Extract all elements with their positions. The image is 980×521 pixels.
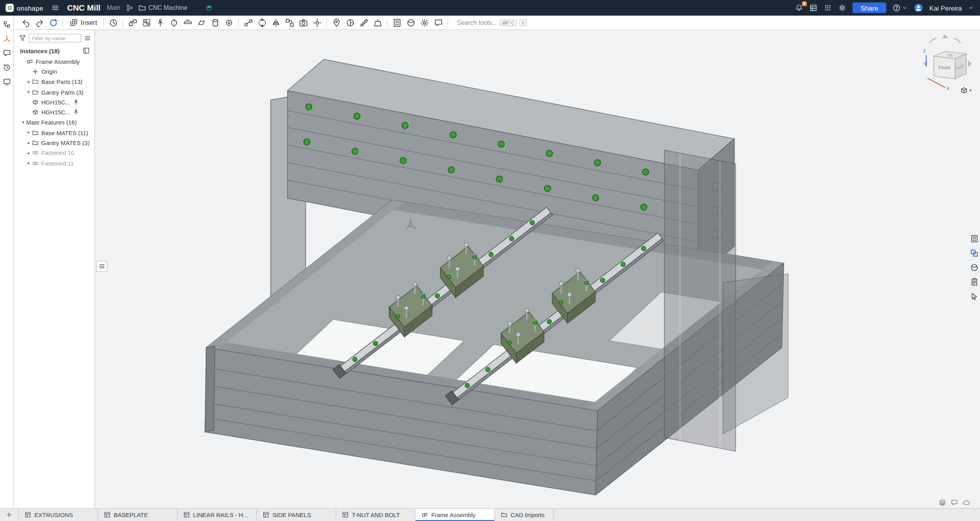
tree-item-gantry-mates-3[interactable]: ▸Gantry MATES (3) [14, 138, 95, 148]
branch-label[interactable]: Main [107, 4, 120, 11]
tab-side-panels[interactable]: SIDE PANELS [257, 509, 336, 521]
history-button[interactable] [2, 63, 11, 73]
section-view-button[interactable] [344, 16, 357, 29]
circular-pattern-button[interactable] [256, 16, 268, 29]
selection-panel-button[interactable] [969, 291, 979, 301]
bom-panel-button[interactable] [969, 247, 979, 258]
revert-button[interactable] [107, 16, 120, 29]
tree-item-base-parts-13[interactable]: ▸Base Parts (13) [14, 76, 95, 87]
revert-icon [109, 18, 118, 27]
open-panel-button[interactable] [82, 47, 90, 54]
add-tab-button[interactable] [0, 509, 19, 521]
3d-viewport[interactable]: Front Top Right Z X ▾ [95, 30, 980, 508]
panel-toggle-button[interactable] [96, 260, 108, 272]
replicate-button[interactable] [283, 16, 296, 29]
tree-item-origin[interactable]: Origin [14, 67, 95, 77]
versions-button[interactable] [125, 4, 134, 12]
network-button[interactable] [963, 499, 970, 506]
user-menu-caret-slot[interactable] [968, 5, 974, 11]
cnc-model[interactable] [95, 30, 980, 508]
triad-button[interactable] [2, 34, 11, 44]
breadcrumb[interactable]: CNC Machine [138, 4, 188, 12]
properties-panel-button[interactable] [969, 276, 979, 287]
onshape-logo-icon: o [6, 4, 14, 12]
tree-item-gantry-parts-3[interactable]: ▸Gantry Parts (3) [14, 87, 95, 97]
chevron-right-icon[interactable]: ▸ [26, 151, 32, 156]
help-center-button[interactable] [838, 4, 846, 12]
named-positions-button[interactable] [330, 16, 343, 29]
triad-icon [2, 34, 11, 43]
main-menu-button[interactable] [52, 4, 60, 12]
tab-linear-rails-hgh15[interactable]: LINEAR RAILS - HGH15... [177, 509, 257, 521]
tree-item-base-mates-11[interactable]: ▸Base MATES (11) [14, 128, 95, 138]
tab-extrusions[interactable]: EXTRUSIONS [19, 509, 98, 521]
print-button[interactable] [939, 499, 946, 506]
configuration-button[interactable] [418, 16, 431, 29]
reports-button[interactable] [809, 4, 818, 12]
viewcube-front-label: Front [939, 65, 950, 71]
follow-mode-button[interactable] [2, 77, 11, 87]
filter-icon-slot[interactable] [19, 34, 26, 42]
planar-button[interactable] [195, 16, 208, 29]
comment-button[interactable] [432, 16, 444, 29]
share-button[interactable]: Share [852, 2, 886, 13]
filter-input[interactable] [29, 34, 81, 43]
tree-item-fastened-11[interactable]: ▸Fastened 11 [14, 158, 95, 168]
tree-item-mate-features-16[interactable]: ▾Mate Features (16) [14, 117, 95, 128]
cylindrical-button[interactable] [209, 16, 221, 29]
insert-button[interactable]: Insert [66, 16, 101, 29]
viewcube-rotate-cw-icon[interactable] [954, 38, 960, 43]
user-name[interactable]: Kai Pereira [930, 4, 962, 11]
learning-center-button[interactable] [205, 4, 213, 12]
chevron-down-icon[interactable]: ▾ [20, 120, 26, 125]
viewcube-arrow-up-icon[interactable] [942, 34, 948, 38]
sync-button[interactable] [47, 16, 60, 29]
revolute-button[interactable] [167, 16, 180, 29]
chevron-right-icon[interactable]: ▸ [26, 140, 32, 145]
notifications-button[interactable]: 8 [795, 4, 803, 12]
mate-connector-button[interactable] [154, 16, 167, 29]
appearance-button[interactable] [405, 16, 417, 29]
chevron-right-icon[interactable]: ▸ [26, 161, 32, 166]
user-avatar[interactable] [914, 3, 923, 13]
mirror-button[interactable] [270, 16, 282, 29]
help-menu[interactable] [893, 4, 907, 12]
tab-t-nut-and-bolt[interactable]: T-NUT AND BOLT [336, 509, 415, 521]
mass-properties-button[interactable] [372, 16, 384, 29]
list-view-button[interactable] [84, 34, 91, 42]
chevron-right-icon[interactable]: ▸ [26, 130, 32, 135]
tree-item-hgh15c[interactable]: HGH15C... [14, 107, 95, 117]
assembly-structure-button[interactable] [2, 19, 11, 29]
search-tools[interactable]: Search tools... alt/⌥ c [457, 19, 527, 26]
view-mode-menu[interactable]: ▾ [960, 86, 971, 95]
side-panel[interactable] [723, 274, 788, 434]
ball-button[interactable] [223, 16, 235, 29]
tab-baseplate[interactable]: BASEPLATE [98, 509, 177, 521]
tree-item-hgh15c[interactable]: HGH15C... [14, 97, 95, 107]
appearance-panel-button[interactable] [969, 262, 979, 273]
onshape-logo[interactable]: o onshape [6, 4, 43, 12]
comment-panel-button[interactable] [2, 48, 11, 58]
slider-button[interactable] [181, 16, 194, 29]
linear-pattern-button[interactable] [242, 16, 255, 29]
app-launcher-button[interactable] [824, 4, 832, 12]
tree-item-fastened-10[interactable]: ▸Fastened 10 [14, 148, 95, 158]
snapshot-button[interactable] [297, 16, 310, 29]
viewcube-arrow-right-icon[interactable] [968, 61, 972, 67]
part-studio-icon [183, 512, 190, 518]
bom-button[interactable] [391, 16, 404, 29]
group-button[interactable] [140, 16, 153, 29]
redo-button[interactable] [33, 16, 46, 29]
viewcube-rotate-ccw-icon[interactable] [930, 38, 936, 43]
mate-button[interactable] [126, 16, 139, 29]
measure-button[interactable] [358, 16, 370, 29]
document-panel-button[interactable] [969, 233, 979, 244]
tab-frame-assembly[interactable]: Frame Assembly [416, 509, 495, 521]
chevron-right-icon[interactable]: ▸ [26, 89, 32, 95]
tab-cad-imports[interactable]: CAD Imports [495, 509, 554, 521]
chevron-right-icon[interactable]: ▸ [26, 79, 32, 84]
message-button[interactable] [950, 499, 958, 506]
explode-button[interactable] [311, 16, 324, 29]
undo-button[interactable] [19, 16, 32, 29]
tree-item-frame-assembly[interactable]: Frame Assembly [14, 56, 95, 67]
